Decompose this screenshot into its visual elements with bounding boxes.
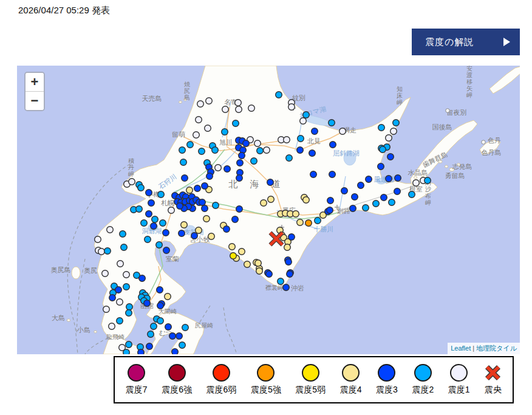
station-dot-intensity-4	[229, 244, 236, 250]
intensity-explanation-button[interactable]: 震度の解説	[412, 29, 520, 55]
station-dot-intensity-3	[202, 205, 208, 212]
legend-item: 震度5弱	[295, 364, 326, 396]
station-dot-intensity-2	[120, 231, 126, 238]
station-dot-intensity-3	[157, 287, 163, 293]
legend-label: 震度4	[340, 385, 362, 396]
water-label: 十勝川	[314, 225, 334, 233]
legend-item: 震度7	[126, 364, 148, 396]
station-dot-intensity-2	[409, 191, 415, 198]
station-dot-intensity-3	[288, 234, 295, 241]
station-dot-intensity-3	[206, 173, 213, 180]
station-dot-intensity-3	[172, 349, 179, 354]
station-dot-intensity-1	[197, 101, 204, 108]
station-dot-intensity-3	[144, 300, 151, 307]
station-dot-intensity-1	[117, 299, 123, 306]
station-dot-intensity-2	[286, 155, 293, 162]
station-dot-intensity-3	[266, 271, 273, 278]
station-dot-intensity-4	[256, 268, 263, 275]
station-dot-intensity-2	[303, 112, 310, 118]
legend-label: 震度6弱	[206, 385, 237, 396]
station-dot-intensity-1	[117, 261, 124, 267]
station-dot-intensity-3	[239, 153, 245, 159]
station-dot-intensity-3	[139, 275, 146, 282]
legend-label: 震度7	[126, 385, 148, 396]
station-dot-intensity-2	[126, 304, 133, 310]
legend-label: 震度5弱	[295, 385, 326, 396]
intensity-map[interactable]: 北 海 道天売島焼尻島名寄留萌旭川紋別網走北見サロマ湖知床岬安渡移矢岬留夜別国後…	[17, 66, 520, 354]
legend-label: 震央	[485, 385, 502, 396]
intensity-legend: 震度7震度6強震度6弱震度5強震度5弱震度4震度3震度2震度1震央	[114, 356, 514, 403]
station-dot-intensity-1	[123, 272, 130, 278]
place-label: 積丹岬	[128, 157, 134, 177]
habomai-islet	[445, 165, 448, 168]
station-dot-intensity-2	[380, 146, 386, 153]
station-dot-intensity-3	[165, 324, 172, 331]
station-dot-intensity-1	[254, 140, 261, 147]
station-dot-intensity-2	[378, 125, 385, 131]
station-dot-intensity-3	[177, 203, 183, 210]
station-dot-intensity-4	[181, 222, 188, 228]
station-dot-intensity-3	[194, 185, 201, 192]
station-dot-intensity-2	[363, 205, 369, 211]
minor-point	[482, 140, 485, 144]
legend-item: 震度5強	[251, 364, 281, 396]
station-dot-intensity-3	[395, 175, 401, 182]
station-dot-intensity-4	[261, 200, 267, 207]
place-label: 焼尻島	[184, 81, 190, 101]
station-dot-intensity-3	[267, 179, 274, 186]
leaflet-link[interactable]: Leaflet	[451, 345, 471, 352]
legend-color-dot	[414, 364, 432, 382]
station-dot-intensity-3	[327, 207, 333, 214]
station-dot-intensity-3	[176, 333, 183, 340]
zoom-out-button[interactable]: −	[26, 92, 44, 110]
station-dot-intensity-3	[358, 182, 364, 189]
station-dot-intensity-3	[329, 171, 336, 178]
station-dot-intensity-1	[129, 179, 135, 185]
gsi-tiles-link[interactable]: 地理院タイル	[476, 345, 517, 352]
station-dot-intensity-2	[315, 218, 321, 224]
station-dot-intensity-2	[148, 331, 154, 338]
station-dot-intensity-3	[115, 287, 122, 293]
station-dot-intensity-2	[117, 318, 123, 324]
station-dot-intensity-3	[381, 194, 387, 201]
station-dot-intensity-3	[202, 183, 208, 190]
station-dot-intensity-2	[156, 242, 163, 249]
zoom-in-button[interactable]: +	[26, 73, 44, 92]
station-dot-intensity-3	[394, 188, 401, 195]
station-dot-intensity-2	[278, 278, 284, 285]
station-dot-intensity-2	[222, 129, 228, 135]
habomai-islet	[414, 176, 417, 179]
station-dot-intensity-3	[341, 188, 348, 194]
station-dot-intensity-2	[182, 324, 189, 331]
station-dot-intensity-3	[109, 295, 116, 301]
legend-item: 震央	[484, 364, 502, 396]
station-dot-intensity-2	[233, 120, 239, 127]
oshima-islet	[67, 319, 70, 321]
station-dot-intensity-2	[373, 201, 380, 207]
station-dot-intensity-2	[213, 202, 219, 209]
legend-label: 震度3	[376, 385, 398, 396]
station-dot-intensity-2	[393, 120, 400, 126]
station-dot-intensity-3	[237, 160, 244, 166]
station-dot-intensity-3	[352, 194, 358, 201]
station-dot-intensity-1	[102, 270, 109, 277]
station-dot-intensity-3	[350, 205, 356, 212]
place-label: 龍飛崎	[106, 334, 124, 340]
station-dot-intensity-4	[255, 260, 262, 267]
station-dot-intensity-4	[284, 244, 291, 251]
station-dot-intensity-2	[123, 284, 130, 290]
place-label: 色丹島	[482, 149, 502, 156]
station-dot-intensity-1	[288, 104, 295, 111]
place-label: 小島	[77, 326, 90, 334]
station-dot-intensity-2	[180, 159, 187, 166]
place-label: 北見	[307, 137, 321, 145]
place-label: 大島	[52, 314, 65, 321]
station-dot-intensity-1	[248, 105, 255, 112]
station-dot-intensity-3	[148, 200, 155, 207]
map-attribution: Leaflet | 地理院タイル	[448, 343, 520, 354]
legend-color-dot	[450, 364, 468, 382]
station-dot-intensity-3	[366, 176, 372, 183]
station-dot-intensity-1	[196, 117, 202, 123]
station-dot-intensity-3	[330, 142, 336, 148]
legend-item: 震度2	[412, 364, 434, 396]
